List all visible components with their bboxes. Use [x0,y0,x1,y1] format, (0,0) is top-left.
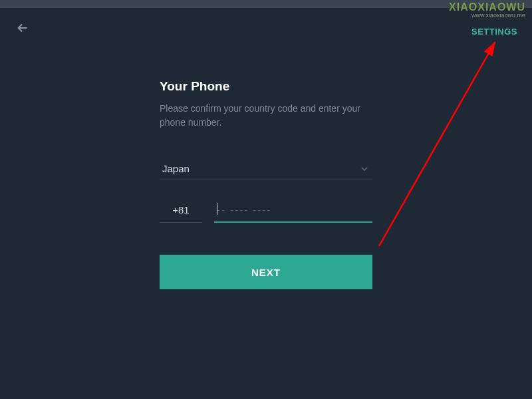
phone-number-input[interactable] [217,204,370,215]
header: SETTINGS [0,8,532,47]
country-selected-label: Japan [162,163,190,174]
chevron-down-icon [359,164,370,174]
svg-line-1 [379,43,495,246]
text-cursor [217,203,217,215]
country-code-input[interactable]: +81 [160,199,202,223]
settings-link[interactable]: SETTINGS [471,27,517,37]
phone-row: +81 [160,199,372,223]
arrow-left-icon [15,21,30,35]
country-select[interactable]: Japan [160,158,372,180]
back-arrow-button[interactable] [15,20,31,36]
page-subtitle: Please confirm your country code and ent… [160,102,372,130]
phone-form: Your Phone Please confirm your country c… [160,79,372,289]
phone-input-wrap [214,199,372,223]
top-strip [0,0,532,8]
next-button[interactable]: NEXT [160,255,372,289]
page-title: Your Phone [160,79,372,94]
